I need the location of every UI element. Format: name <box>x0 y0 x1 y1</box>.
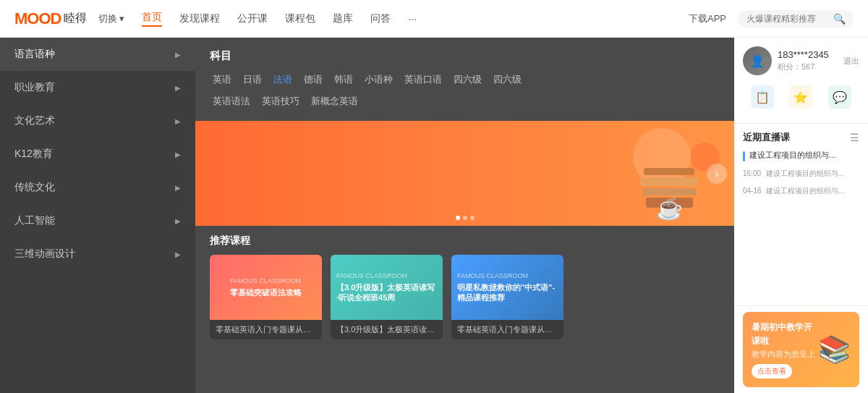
nav-home[interactable]: 首页 <box>142 11 162 27</box>
nav-package[interactable]: 课程包 <box>285 12 315 25</box>
logout-button[interactable]: 退出 <box>843 56 859 67</box>
live-item-1[interactable]: 建设工程项目的组织与... <box>743 150 859 161</box>
course-card-img-3: FAMOUS CLASSROOM 明星私教拯救你的"中式语"-精品课程推荐 <box>451 255 563 320</box>
sidebar-item-vocational[interactable]: 职业教育 ▶ <box>0 71 195 104</box>
sidebar-item-ai[interactable]: 人工智能 ▶ <box>0 204 195 237</box>
live-item-1-title: 建设工程项目的组织与... <box>749 150 851 161</box>
live-bar-icon <box>743 151 745 161</box>
switch-button[interactable]: 切换 ▾ <box>98 12 124 25</box>
subject-title: 科目 <box>210 49 720 63</box>
right-panel: 👤 183****2345 积分：567 退出 📋 ⭐ 💬 近期直播课 ☰ <box>734 38 868 393</box>
logo-brand: MOOD <box>14 9 61 28</box>
chevron-right-icon: ▶ <box>175 184 181 192</box>
chevron-right-icon: ▶ <box>175 51 181 59</box>
sidebar-item-k12[interactable]: K12教育 ▶ <box>0 138 195 171</box>
course-card-3[interactable]: FAMOUS CLASSROOM 明星私教拯救你的"中式语"-精品课程推荐 零基… <box>451 255 563 339</box>
sidebar: 语言语种 ▶ 职业教育 ▶ 文化艺术 ▶ K12教育 ▶ 传统文化 ▶ 人工智能… <box>0 38 195 393</box>
live-menu-icon[interactable]: ☰ <box>850 132 859 143</box>
nav-open[interactable]: 公开课 <box>237 12 268 25</box>
nav-discover[interactable]: 发现课程 <box>179 12 220 25</box>
live-item-2-content: 16:00 建设工程项目的组织与... <box>743 167 859 179</box>
course-cards: FAMOUS CLASSROOM 零基础突破语法攻略 零基础英语入门专题课从语法… <box>210 255 720 339</box>
live-item-2-time: 16:00 建设工程项目的组织与... <box>743 169 859 179</box>
dot-2[interactable] <box>463 216 467 220</box>
live-item-3[interactable]: 04-16 建设工程项目的组织与... <box>743 185 859 196</box>
tag-japanese[interactable]: 日语 <box>240 72 265 88</box>
course-card-title-2: 【3.0升级版】太极英语读写... <box>331 320 443 339</box>
tag-new-concept[interactable]: 新概念英语 <box>308 93 361 109</box>
banner: ☕ › <box>195 121 734 226</box>
sidebar-item-tradition[interactable]: 传统文化 ▶ <box>0 171 195 204</box>
main-content: 语言语种 ▶ 职业教育 ▶ 文化艺术 ▶ K12教育 ▶ 传统文化 ▶ 人工智能… <box>0 38 868 393</box>
user-score: 积分：567 <box>778 62 838 72</box>
tag-46-1[interactable]: 四六级 <box>451 72 485 88</box>
ad-title: 暑期初中教学开课啦 <box>752 321 818 348</box>
live-item-3-date: 04-16 建设工程项目的组织与... <box>743 186 859 196</box>
sidebar-item-culture[interactable]: 文化艺术 ▶ <box>0 104 195 138</box>
logo: MOOD 睦得 <box>14 9 87 28</box>
messages-icon[interactable]: 💬 <box>828 85 851 109</box>
header-right: 下载APP 🔍 <box>689 10 854 28</box>
user-name: 183****2345 <box>778 49 838 60</box>
chevron-right-icon: ▶ <box>175 250 181 258</box>
course-card-2[interactable]: FAMOUS CLASSROOM 【3.0升级版】太极英语读写·听说全程班45周… <box>331 255 443 339</box>
user-section: 👤 183****2345 积分：567 退出 📋 ⭐ 💬 <box>734 38 868 124</box>
live-item-2[interactable]: 16:00 建设工程项目的组织与... <box>743 167 859 179</box>
live-item-3-content: 04-16 建设工程项目的组织与... <box>743 185 859 196</box>
nav-qa[interactable]: 问答 <box>370 12 391 25</box>
live-section: 近期直播课 ☰ 建设工程项目的组织与... 16:00 建设工程项目的组织与..… <box>734 124 868 306</box>
tag-grammar[interactable]: 英语语法 <box>210 93 253 109</box>
recommended-section: 推荐课程 FAMOUS CLASSROOM 零基础突破语法攻略 零基础英语入门专… <box>195 226 734 348</box>
dot-3[interactable] <box>470 216 475 220</box>
banner-next-arrow[interactable]: › <box>707 164 727 184</box>
search-box: 🔍 <box>738 10 854 28</box>
banner-dots <box>456 216 475 220</box>
course-card-1[interactable]: FAMOUS CLASSROOM 零基础突破语法攻略 零基础英语入门专题课从语法… <box>210 255 322 339</box>
user-actions: 📋 ⭐ 💬 <box>743 80 859 114</box>
tag-46-2[interactable]: 四六级 <box>490 72 524 88</box>
live-item-1-content: 建设工程项目的组织与... <box>749 150 859 161</box>
recommended-title: 推荐课程 <box>210 234 720 248</box>
nav-questions[interactable]: 题库 <box>333 12 353 25</box>
sidebar-item-language[interactable]: 语言语种 ▶ <box>0 38 195 71</box>
tag-english[interactable]: 英语 <box>210 72 234 88</box>
course-card-img-2: FAMOUS CLASSROOM 【3.0升级版】太极英语读写·听说全程班45周 <box>331 255 443 320</box>
avatar: 👤 <box>743 46 772 75</box>
subject-tags: 英语 日语 法语 德语 韩语 小语种 英语口语 四六级 四六级 <box>210 72 720 88</box>
nav-more[interactable]: ··· <box>408 13 417 25</box>
chevron-right-icon: ▶ <box>175 117 181 125</box>
course-card-title-1: 零基础英语入门专题课从语法... <box>210 320 322 339</box>
user-details: 183****2345 积分：567 <box>778 49 838 72</box>
dot-1[interactable] <box>456 216 460 220</box>
chevron-right-icon: ▶ <box>175 84 181 92</box>
course-card-title-3: 零基础英语入门专题课从语法... <box>451 320 563 339</box>
live-header: 近期直播课 ☰ <box>743 131 859 144</box>
chevron-right-icon: ▶ <box>175 217 181 225</box>
course-card-img-1: FAMOUS CLASSROOM 零基础突破语法攻略 <box>210 255 322 320</box>
ad-banner: 暑期初中教学开课啦 教学内容为您呈上 点击查看 📚 <box>743 312 859 387</box>
search-input[interactable] <box>746 14 833 24</box>
tag-french[interactable]: 法语 <box>271 72 295 88</box>
download-button[interactable]: 下载APP <box>689 12 726 25</box>
live-title: 近期直播课 <box>743 131 790 144</box>
subject-tags-2: 英语语法 英语技巧 新概念英语 <box>210 93 720 109</box>
tag-korean[interactable]: 韩语 <box>331 72 356 88</box>
tag-minor-lang[interactable]: 小语种 <box>362 72 396 88</box>
tag-skills[interactable]: 英语技巧 <box>259 93 302 109</box>
search-icon[interactable]: 🔍 <box>833 13 846 25</box>
logo-cn: 睦得 <box>64 11 87 26</box>
ad-subtitle: 教学内容为您呈上 <box>752 348 818 361</box>
banner-illustration: ☕ <box>626 127 712 221</box>
ad-button[interactable]: 点击查看 <box>752 364 792 379</box>
tag-german[interactable]: 德语 <box>301 72 326 88</box>
chevron-right-icon: ▶ <box>175 151 181 159</box>
favorites-icon[interactable]: ⭐ <box>789 85 812 109</box>
header: MOOD 睦得 切换 ▾ 首页 发现课程 公开课 课程包 题库 问答 ··· 下… <box>0 0 868 38</box>
notes-icon[interactable]: 📋 <box>751 85 774 109</box>
main-nav: 首页 发现课程 公开课 课程包 题库 问答 ··· <box>142 11 689 27</box>
tag-spoken[interactable]: 英语口语 <box>401 72 445 88</box>
ad-illustration: 📚 <box>818 334 851 365</box>
subject-area: 科目 英语 日语 法语 德语 韩语 小语种 英语口语 四六级 四六级 英语语法 … <box>195 38 734 121</box>
sidebar-item-3d[interactable]: 三维动画设计 ▶ <box>0 237 195 271</box>
user-info: 👤 183****2345 积分：567 退出 <box>743 46 859 75</box>
